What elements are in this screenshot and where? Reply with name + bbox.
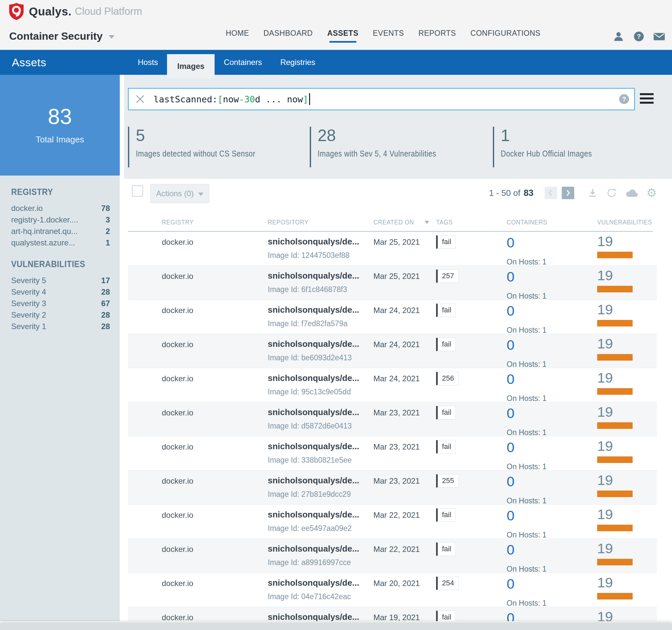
row-vulnerabilities-count[interactable]: 19 <box>597 232 649 248</box>
row-containers-count[interactable]: 0 <box>507 470 597 489</box>
row-repository-link[interactable]: snicholsonqualys/de... <box>268 300 374 315</box>
row-containers-count[interactable]: 0 <box>507 402 597 420</box>
registry-facet-item[interactable]: art-hq.intranet.qu... 2 <box>11 225 110 237</box>
row-vulnerabilities-count[interactable]: 19 <box>597 436 649 453</box>
actions-button[interactable]: Actions (0) <box>150 184 209 203</box>
vulnerabilities-facet-list: Severity 5 17 Severity 4 28 Severity 3 6… <box>11 275 110 332</box>
nav-item[interactable]: CONFIGURATIONS <box>471 29 541 38</box>
row-repository-link[interactable]: snicholsonqualys/de... <box>268 470 374 486</box>
registry-facet-item[interactable]: docker.io 78 <box>11 202 110 214</box>
severity-facet-item[interactable]: Severity 1 28 <box>11 321 110 332</box>
pagination: 1 - 50 of 83 ⚙ <box>489 187 657 199</box>
qualys-logo-icon <box>8 3 24 20</box>
tag-badge: 257 <box>436 269 459 283</box>
total-images-summary[interactable]: 83 Total Images <box>0 75 120 175</box>
row-repository-link[interactable]: snicholsonqualys/de... <box>268 436 374 452</box>
select-all-checkbox[interactable] <box>132 186 143 197</box>
row-registry: docker.io <box>162 607 268 621</box>
registry-facet-item[interactable]: registry-1.docker.... 3 <box>11 214 110 225</box>
row-vulnerabilities-count[interactable]: 19 <box>597 470 649 487</box>
row-repository-link[interactable]: snicholsonqualys/de... <box>268 266 374 281</box>
table-row[interactable]: docker.io snicholsonqualys/de... Image I… <box>128 470 657 505</box>
severity-facet-item[interactable]: Severity 5 17 <box>11 275 110 286</box>
nav-item[interactable]: REPORTS <box>418 29 456 38</box>
row-vulnerabilities-count[interactable]: 19 <box>597 368 649 385</box>
row-repository-link[interactable]: snicholsonqualys/de... <box>268 505 374 520</box>
table-row[interactable]: docker.io snicholsonqualys/de... Image I… <box>128 334 657 368</box>
row-image-id: Image Id: 04e716c42eac <box>268 592 374 601</box>
row-vulnerabilities-count[interactable]: 19 <box>597 607 649 621</box>
row-repository-link[interactable]: snicholsonqualys/de... <box>268 334 374 349</box>
page-next-icon[interactable] <box>562 187 574 199</box>
row-repository-link[interactable]: snicholsonqualys/de... <box>268 402 374 417</box>
assets-tab[interactable]: Containers <box>215 50 271 75</box>
row-repository-link[interactable]: snicholsonqualys/de... <box>268 539 374 554</box>
row-vulnerabilities-count[interactable]: 19 <box>597 266 649 283</box>
row-repository-link[interactable]: snicholsonqualys/de... <box>268 368 374 383</box>
menu-icon[interactable] <box>640 93 654 106</box>
row-containers-count[interactable]: 0 <box>507 539 597 557</box>
cloud-icon[interactable] <box>625 188 638 198</box>
table-row[interactable]: docker.io snicholsonqualys/de... Image I… <box>128 300 657 334</box>
row-vulnerabilities-count[interactable]: 19 <box>597 300 649 317</box>
download-icon[interactable] <box>587 188 598 198</box>
registry-facet-item[interactable]: qualystest.azure... 1 <box>11 237 110 248</box>
stat-docker-official[interactable]: 1 Docker Hub Official Images <box>493 127 605 167</box>
nav-item[interactable]: EVENTS <box>373 29 404 38</box>
assets-tab[interactable]: Images <box>167 54 215 78</box>
nav-item[interactable]: DASHBOARD <box>263 29 313 38</box>
svg-text:?: ? <box>637 33 641 40</box>
row-containers-count[interactable]: 0 <box>507 436 597 455</box>
row-containers-count[interactable]: 0 <box>507 368 597 386</box>
table-row[interactable]: docker.io snicholsonqualys/de... Mar 19,… <box>128 607 657 621</box>
vulnerability-severity-bar <box>597 490 633 497</box>
assets-tab[interactable]: Hosts <box>129 50 167 75</box>
table-row[interactable]: docker.io snicholsonqualys/de... Image I… <box>128 402 657 436</box>
row-vulnerabilities-count[interactable]: 19 <box>597 402 649 419</box>
nav-item[interactable]: ASSETS <box>327 29 358 43</box>
table-row[interactable]: docker.io snicholsonqualys/de... Image I… <box>128 505 657 539</box>
search-box[interactable]: lastScanned:[now-30d ... now] ? <box>128 88 635 110</box>
assets-tab[interactable]: Registries <box>271 50 325 75</box>
table-row[interactable]: docker.io snicholsonqualys/de... Image I… <box>128 368 657 402</box>
table-row[interactable]: docker.io snicholsonqualys/de... Image I… <box>128 232 657 266</box>
row-containers-count[interactable]: 0 <box>507 607 597 621</box>
row-containers-count[interactable]: 0 <box>507 573 597 591</box>
horizontal-scrollbar[interactable] <box>0 623 672 630</box>
table-row[interactable]: docker.io snicholsonqualys/de... Image I… <box>128 266 657 300</box>
row-vulnerabilities-count[interactable]: 19 <box>597 539 649 556</box>
severity-facet-item[interactable]: Severity 4 28 <box>11 286 110 298</box>
row-vulnerabilities-count[interactable]: 19 <box>597 334 649 351</box>
sort-desc-icon[interactable] <box>425 221 429 224</box>
row-containers-count[interactable]: 0 <box>507 266 597 284</box>
help-icon[interactable]: ? <box>632 30 646 43</box>
severity-facet-item[interactable]: Severity 2 28 <box>11 309 110 321</box>
table-row[interactable]: docker.io snicholsonqualys/de... Image I… <box>128 539 657 573</box>
row-repository-link[interactable]: snicholsonqualys/de... <box>268 607 374 621</box>
user-icon[interactable] <box>611 30 625 43</box>
row-on-hosts: On Hosts: 1 <box>507 565 597 574</box>
settings-gear-icon[interactable]: ⚙ <box>646 187 657 199</box>
row-repository-link[interactable]: snicholsonqualys/de... <box>268 232 374 247</box>
page-prev-icon[interactable] <box>545 187 557 199</box>
search-help-icon[interactable]: ? <box>619 94 629 104</box>
row-vulnerabilities-count[interactable]: 19 <box>597 505 649 522</box>
row-containers-count[interactable]: 0 <box>507 334 597 352</box>
module-selector[interactable]: Container Security <box>9 30 115 42</box>
row-containers-count[interactable]: 0 <box>507 300 597 318</box>
row-repository-link[interactable]: snicholsonqualys/de... <box>268 573 374 588</box>
chevron-down-icon <box>198 193 203 196</box>
row-containers-count[interactable]: 0 <box>507 232 597 250</box>
stat-sev54-vulns[interactable]: 28 Images with Sev 5, 4 Vulnerabilities <box>310 127 454 167</box>
severity-facet-item[interactable]: Severity 3 67 <box>11 298 110 309</box>
table-row[interactable]: docker.io snicholsonqualys/de... Image I… <box>128 573 657 607</box>
mail-icon[interactable] <box>652 30 666 43</box>
search-query[interactable]: lastScanned:[now-30d ... now] <box>153 94 308 104</box>
clear-icon[interactable] <box>135 94 145 104</box>
row-containers-count[interactable]: 0 <box>507 505 597 523</box>
nav-item[interactable]: HOME <box>226 29 249 38</box>
row-vulnerabilities-count[interactable]: 19 <box>597 573 649 590</box>
stat-no-cs-sensor[interactable]: 5 Images detected without CS Sensor <box>128 127 273 167</box>
table-row[interactable]: docker.io snicholsonqualys/de... Image I… <box>128 436 657 470</box>
refresh-icon[interactable] <box>606 188 617 198</box>
